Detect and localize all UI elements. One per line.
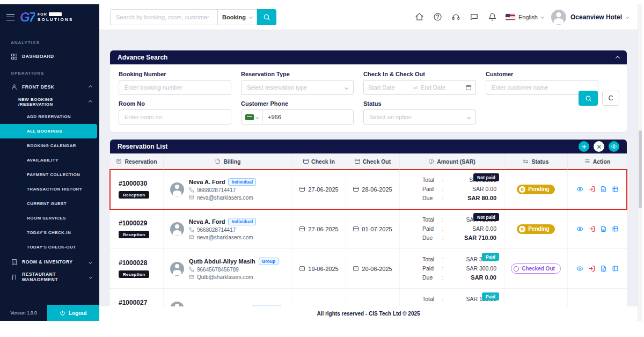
home-icon[interactable] [415,12,424,21]
saudi-flag-icon [245,114,254,120]
chevron-down-icon [626,15,630,19]
action-cell [568,170,627,209]
reservation-type-select[interactable]: Select reservation type [241,80,354,95]
room-no-field: Room No [119,100,231,124]
invoice-action-icon[interactable] [600,186,607,193]
sidebar-item-add-reservation[interactable]: ADD RESERVATION [0,109,99,124]
chevron-down-icon [540,15,544,19]
avatar [551,10,566,25]
phone-input[interactable] [263,114,353,120]
col-reservation: Reservation [110,153,164,169]
folio-action-icon[interactable] [612,225,619,232]
billing-cell: Neva A. Ford Individual 9668028714417 ne… [164,209,292,248]
sidebar-item-room-inventory[interactable]: ROOM & INVENTORY [0,254,99,269]
reservation-cell: #1000030 Reception [110,170,164,209]
booking-id: #1000028 [119,259,147,267]
logout-button[interactable]: Logout [47,305,99,321]
table-row[interactable]: #1000028 Reception Qutb Abdul-Aliyy Masi… [110,249,627,289]
chevron-down-icon [89,275,93,279]
support-headset-icon[interactable] [451,12,460,21]
checkout-action-icon[interactable] [588,186,595,193]
status-badge: Pending [517,185,554,194]
language-select[interactable]: English [506,14,544,20]
sidebar-item-todays-check-in[interactable]: TODAY'S CHECK-IN [0,225,99,240]
sidebar-item-all-bookings[interactable]: ALL BOOKINGS [0,124,97,138]
calendar-icon [353,226,358,231]
scrollbar-thumb[interactable] [639,130,642,208]
table-row[interactable]: #1000030 Reception Neva A. Ford Individu… [110,170,627,209]
chevron-down-icon [345,85,348,89]
advance-search-button[interactable] [579,91,598,106]
reservation-cell: #1000028 Reception [110,249,164,288]
search-input[interactable] [110,9,217,25]
chevron-down-icon [89,260,92,263]
search-scope-select[interactable]: Booking [217,9,257,25]
date-range-picker[interactable]: Start Date ⇌ End Date [363,80,476,95]
invoice-action-icon[interactable] [600,265,607,272]
plus-icon [581,144,587,150]
action-cell [568,249,627,288]
phone-country-select[interactable] [241,110,263,124]
search-button[interactable] [257,9,276,25]
excel-icon [596,144,602,150]
guest-name: Qutb Abdul-Aliyy Masih [189,258,255,265]
check-out-cell: 20-06-2025 [346,249,400,288]
reservation-type-badge: Individual [228,178,256,186]
amount-due: SAR 80.00 [447,194,496,203]
sidebar-item-room-services[interactable]: ROOM SERVICES [0,211,99,225]
view-action-icon[interactable] [576,265,583,272]
folio-action-icon[interactable] [612,265,619,272]
sidebar-item-availability[interactable]: AVAILABILITY [0,153,99,167]
status-select[interactable]: Select an option [363,109,476,124]
reservation-type-field: Reservation Type Select reservation type [241,71,354,95]
search-icon [263,13,270,21]
room-no-input[interactable] [119,109,231,124]
col-status: Status [504,153,568,169]
search-icon [585,95,592,102]
menu-collapse-icon[interactable] [6,14,14,20]
booking-source-badge: Reception [119,231,149,238]
envelope-icon [189,235,194,240]
bell-icon[interactable] [488,12,497,21]
sidebar-item-transaction-history[interactable]: TRANSACTION HISTORY [0,182,99,196]
sidebar-item-front-desk[interactable]: FRONT DESK [0,79,99,94]
check-out-cell: 01-07-2025 [346,209,400,248]
booking-number-input[interactable] [119,80,231,95]
account-menu[interactable]: Oceanview Hotel [551,10,629,25]
calendar-icon [303,159,309,164]
view-action-icon[interactable] [576,225,583,232]
guest-avatar-icon [170,222,184,236]
col-amount: Amount (SAR) [400,153,504,169]
view-action-icon[interactable] [576,186,583,193]
sidebar-item-restaurant[interactable]: RESTAURANT MANAGEMENT [0,269,99,284]
collapse-icon[interactable] [616,56,620,60]
help-icon[interactable] [433,12,442,21]
folio-action-icon[interactable] [612,186,619,193]
add-reservation-button[interactable] [579,141,589,152]
account-name: Oceanview Hotel [570,13,622,21]
reservation-type-badge: Group [259,258,279,265]
checkout-action-icon[interactable] [588,265,595,272]
export-excel-button[interactable] [594,141,604,152]
reservation-type-badge: Individual [228,218,256,225]
sidebar-item-current-guest[interactable]: CURRENT GUEST [0,196,99,211]
check-in-cell: 19-06-2025 [292,249,346,288]
col-billing: Billing [164,153,292,169]
chat-icon[interactable] [470,12,479,21]
invoice-action-icon[interactable] [600,225,607,232]
status-badge: Checked Out [511,263,561,274]
view-columns-button[interactable] [609,141,619,152]
sidebar-item-payment-collection[interactable]: PAYMENT COLLECTION [0,167,99,182]
calendar-icon [299,226,305,231]
sidebar-item-todays-check-out[interactable]: TODAY'S CHECK-OUT [0,240,99,254]
document-icon [215,158,221,164]
table-row[interactable]: #1000029 Reception Neva A. Ford Individu… [110,209,627,249]
sidebar-item-dashboard[interactable]: DASHBOARD [0,49,99,64]
advance-search-header: Advance Search [110,50,627,64]
vertical-scrollbar[interactable] [638,4,642,321]
checkout-action-icon[interactable] [588,225,595,232]
sidebar-item-new-booking[interactable]: NEW BOOKING /RESERVATION [0,94,99,109]
sidebar-item-booking-calendar[interactable]: BOOKING CALENDAR [0,138,99,153]
clear-button[interactable]: C [602,91,619,106]
booking-number-field: Booking Number [119,71,231,95]
